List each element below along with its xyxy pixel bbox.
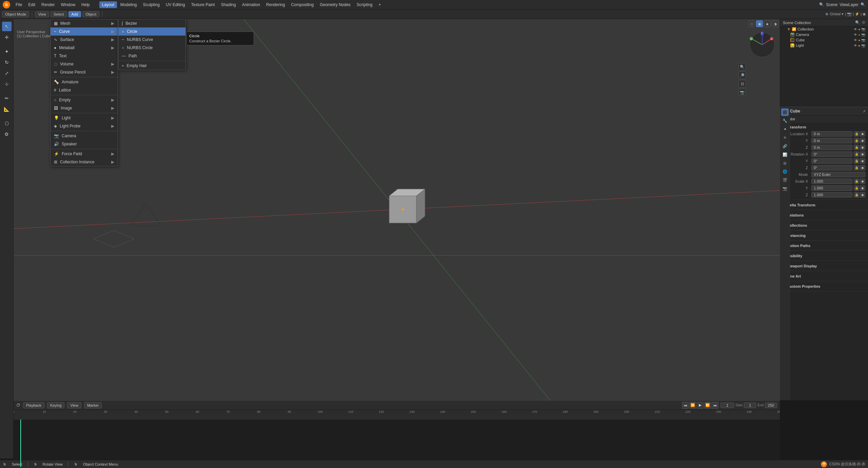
custom-properties-header[interactable]: ▶ Custom Properties: [780, 283, 868, 290]
lock-ry-btn[interactable]: 🔒: [854, 158, 859, 164]
collections-header[interactable]: ▶ Collections: [780, 222, 868, 229]
render-icon-camera[interactable]: 📷: [861, 33, 865, 37]
relations-header[interactable]: ▶ Relations: [780, 211, 868, 219]
dot-icon-light[interactable]: ●: [858, 44, 860, 47]
tool-transform[interactable]: ⊹: [2, 79, 12, 89]
submenu-path[interactable]: — Path: [118, 52, 185, 60]
play-btn[interactable]: ▶: [697, 402, 704, 409]
submenu-circle[interactable]: ○ Circle: [118, 27, 185, 36]
visibility-header[interactable]: ▶ Visibility: [780, 252, 868, 259]
viewport-display-header[interactable]: ▶ Viewport Display: [780, 262, 868, 269]
lock-sz-btn[interactable]: 🔒: [854, 192, 859, 198]
prop-tab-modifier[interactable]: 🔧: [781, 117, 789, 124]
workspace-texture[interactable]: Texture Paint: [189, 1, 218, 8]
rotation-y-value[interactable]: 0°: [811, 158, 852, 164]
tool-cursor[interactable]: ✛: [2, 33, 12, 42]
menu-item-lattice[interactable]: # Lattice: [51, 86, 118, 94]
prev-keyframe-btn[interactable]: ⏪: [689, 402, 696, 409]
menu-window[interactable]: Window: [58, 1, 78, 8]
prop-tab-physics[interactable]: ⚛: [781, 134, 789, 141]
lock-rz-btn[interactable]: 🔒: [854, 165, 859, 170]
eye-icon-light[interactable]: 👁: [854, 44, 857, 47]
rotation-z-value[interactable]: 0°: [811, 165, 852, 170]
outliner-filter-icon[interactable]: ⚙: [862, 20, 865, 25]
instancing-header[interactable]: ▶ Instancing: [780, 232, 868, 239]
outliner-scene-collection[interactable]: ▼ 📁 Collection 👁 ● 📷: [780, 26, 868, 32]
dot-icon-camera[interactable]: ●: [858, 33, 860, 37]
tool-add[interactable]: ⬡: [2, 119, 12, 128]
workspace-modeling[interactable]: Modeling: [118, 1, 140, 8]
workspace-animation[interactable]: Animation: [239, 1, 263, 8]
menu-item-empty[interactable]: ○ Empty ▶: [51, 96, 118, 104]
navigation-gizmo[interactable]: X Y Z: [749, 31, 776, 58]
location-x-value[interactable]: 0 m: [811, 131, 852, 137]
prop-tab-object[interactable]: ⬛: [781, 108, 789, 116]
anim-sz-btn[interactable]: ◉: [860, 192, 865, 198]
current-frame-input[interactable]: 1: [721, 403, 734, 408]
outliner-search-icon[interactable]: 🔍: [855, 20, 860, 25]
select-menu-btn[interactable]: Select: [51, 11, 67, 17]
next-keyframe-btn[interactable]: ⏩: [704, 402, 711, 409]
scale-x-value[interactable]: 1.000: [811, 179, 852, 184]
lock-sx-btn[interactable]: 🔒: [854, 179, 859, 184]
tool-annotate[interactable]: ✏: [2, 94, 12, 103]
eye-icon-camera[interactable]: 👁: [854, 33, 857, 37]
jump-end-btn[interactable]: ⏭: [712, 402, 718, 409]
menu-item-greasepencil[interactable]: ✏ Grease Pencil ▶: [51, 68, 118, 76]
keying-btn[interactable]: Keying: [47, 402, 65, 408]
add-menu-btn[interactable]: Add: [68, 11, 81, 17]
menu-render[interactable]: Render: [39, 1, 57, 8]
prop-tab-render[interactable]: 📷: [781, 185, 789, 192]
object-mode-btn[interactable]: Object Mode: [2, 11, 29, 17]
transform-header[interactable]: ▼ Transform: [780, 124, 868, 130]
location-z-value[interactable]: 0 m: [811, 145, 852, 150]
menu-item-surface[interactable]: ∿ Surface ▶: [51, 36, 118, 44]
main-viewport[interactable]: User Perspective (1) Collection | Cube □…: [14, 19, 780, 400]
menu-item-collection[interactable]: ⊞ Collection Instance ▶: [51, 158, 118, 166]
eye-icon-cube[interactable]: 👁: [854, 38, 857, 42]
workspace-scripting[interactable]: Scripting: [354, 1, 375, 8]
workspace-rendering[interactable]: Rendering: [263, 1, 288, 8]
submenu-empty-hair[interactable]: ≈ Empty Hair: [118, 62, 185, 70]
workspace-geometry[interactable]: Geometry Nodes: [317, 1, 353, 8]
workspace-compositing[interactable]: Compositing: [288, 1, 316, 8]
line-art-header[interactable]: ▶ Line Art: [780, 272, 868, 280]
tool-measure[interactable]: 📐: [2, 104, 12, 114]
menu-item-metaball[interactable]: ● Metaball ▶: [51, 44, 118, 52]
menu-item-armature[interactable]: 🦴 Armature: [51, 78, 118, 86]
jump-start-btn[interactable]: ⏮: [682, 402, 689, 409]
dot-icon-cube[interactable]: ●: [858, 38, 860, 42]
outliner-camera[interactable]: 📷 Camera 👁 ● 📷: [780, 32, 868, 37]
camera-view-btn[interactable]: 📷: [738, 88, 746, 96]
workspace-add[interactable]: +: [376, 1, 384, 8]
render-icon-light[interactable]: 📷: [861, 44, 865, 47]
menu-item-mesh[interactable]: ▦ Mesh ▶: [51, 19, 118, 27]
submenu-nurbs-circle[interactable]: ○ NURBS Circle: [118, 44, 185, 52]
viewport-shading-material[interactable]: ◈: [764, 20, 771, 27]
playback-btn[interactable]: Playback: [23, 402, 44, 408]
menu-item-curve[interactable]: ~ Curve ▶: [51, 27, 118, 36]
outliner-cube[interactable]: ⬛ Cube 👁 ● 📷: [780, 37, 868, 43]
props-extra-icon[interactable]: ↗: [863, 109, 865, 113]
dot-icon-collection[interactable]: ●: [858, 27, 860, 31]
anim-z-btn[interactable]: ◉: [860, 145, 865, 150]
menu-item-light[interactable]: 💡 Light ▶: [51, 114, 118, 122]
delta-transform-header[interactable]: ▶ Delta Transform: [780, 201, 868, 208]
zoom-out-btn[interactable]: 🔎: [738, 72, 746, 79]
rotation-mode-value[interactable]: XYZ Euler: [811, 172, 865, 177]
render-icon-cube[interactable]: 📷: [861, 38, 865, 42]
anim-sy-btn[interactable]: ◉: [860, 185, 865, 191]
viewport-shading-render[interactable]: ◑: [772, 20, 778, 27]
render-icon-collection[interactable]: 📷: [861, 27, 865, 31]
tool-scale[interactable]: ⤢: [2, 68, 12, 78]
workspace-sculpting[interactable]: Sculpting: [140, 1, 162, 8]
object-menu-btn[interactable]: Object: [82, 11, 99, 17]
workspace-layout[interactable]: Layout: [99, 1, 117, 8]
prop-tab-scene[interactable]: 🎬: [781, 176, 789, 184]
anim-rx-btn[interactable]: ◉: [860, 151, 865, 157]
motion-paths-header[interactable]: ▶ Motion Paths: [780, 242, 868, 249]
lock-y-btn[interactable]: 🔒: [854, 138, 859, 143]
view-btn[interactable]: View: [67, 402, 81, 408]
prop-tab-particles[interactable]: ✦: [781, 125, 789, 133]
start-frame-input[interactable]: 1: [744, 403, 756, 408]
